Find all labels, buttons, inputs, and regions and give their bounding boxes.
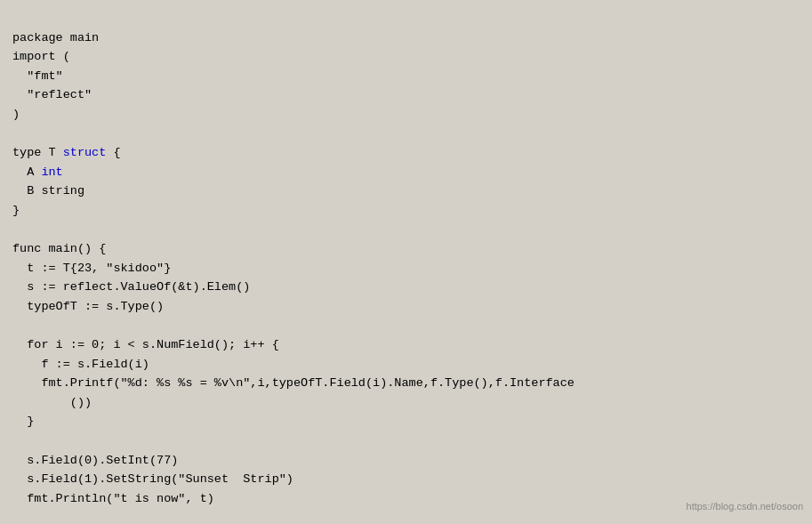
line-25: fmt.Println("t is now", t) [12,492,214,505]
code-block: package main import ( "fmt" "reflect" ) … [12,9,800,524]
line-19: fmt.Printf("%d: %s %s = %v\n",i,typeOfT.… [12,376,575,390]
line-24: s.Field(1).SetString("Sunset Strip") [12,472,293,486]
line-20: ()) [12,396,92,409]
line-15: typeOfT := s.Type() [12,300,164,313]
code-container: package main import ( "fmt" "reflect" ) … [0,0,812,524]
line-12: func main() { [12,242,106,255]
line-3: "fmt" [12,69,63,83]
line-17: for i := 0; i < s.NumField(); i++ { [12,338,279,351]
line-21: } [12,415,34,428]
line-18: f := s.Field(i) [12,358,149,371]
line-9: B string [12,184,84,198]
line-13: t := T{23, "skidoo"} [12,262,171,275]
line-5: ) [12,108,20,121]
line-23: s.Field(0).SetInt(77) [12,454,178,467]
line-8: A int [12,165,63,179]
line-4: "reflect" [12,88,92,101]
line-2: import ( [12,50,70,63]
watermark: https://blog.csdn.net/osoon [687,499,803,515]
line-7: type T struct { [12,146,121,159]
line-10: } [12,204,20,217]
line-1: package main [12,31,99,44]
line-14: s := reflect.ValueOf(&t).Elem() [12,280,250,294]
